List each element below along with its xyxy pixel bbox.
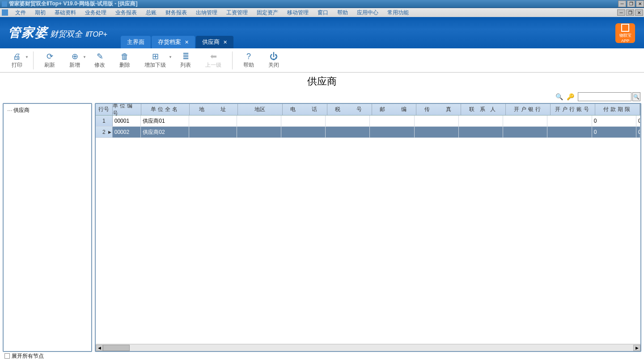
column-header[interactable]: 开户行账号 — [551, 104, 595, 115]
doc-maximize-button[interactable]: ❐ — [626, 9, 634, 16]
toolbar-separator — [232, 51, 233, 69]
table-cell — [547, 127, 592, 137]
expand-all-checkbox[interactable] — [4, 353, 10, 359]
page-title-row: 供应商 — [0, 73, 644, 90]
column-header[interactable]: 联 系 人 — [461, 104, 506, 115]
toolbar-icon: ⟳ — [47, 51, 53, 61]
table-cell — [503, 127, 547, 137]
toolbar-button[interactable]: ≣列表 — [173, 51, 198, 69]
menu-item[interactable]: 固定资产 — [252, 8, 283, 17]
brand-sub: 财贸双全 — [50, 29, 82, 39]
close-button[interactable]: ✕ — [636, 0, 644, 7]
scroll-left-button[interactable]: ◀ — [96, 345, 103, 351]
menu-item[interactable]: 文件 — [11, 8, 30, 17]
toolbar-icon: ✎ — [97, 51, 103, 61]
table-row[interactable]: 100001供应商0100 — [96, 116, 640, 127]
tree-node-root[interactable]: ⋯ 供应商 — [7, 107, 88, 114]
tab-close-icon[interactable]: ✕ — [185, 39, 189, 45]
table-cell — [459, 127, 503, 137]
menu-item[interactable]: 期初 — [30, 8, 50, 17]
scroll-thumb[interactable] — [103, 345, 130, 351]
menu-item[interactable]: 帮助 — [333, 8, 352, 17]
table-cell: 0 — [636, 127, 640, 137]
column-header[interactable] — [640, 104, 640, 115]
table-row[interactable]: 2▶00002供应商0200 — [96, 127, 640, 138]
doc-minimize-button[interactable]: ─ — [617, 9, 625, 16]
toolbar-icon: ⏻ — [270, 51, 278, 61]
column-header[interactable]: 邮 编 — [372, 104, 417, 115]
dropdown-icon: ▼ — [169, 55, 172, 59]
table-cell — [237, 116, 281, 126]
menu-item[interactable]: 常用功能 — [383, 8, 413, 17]
toolbar-icon: 🖨 — [13, 51, 21, 61]
menubar: 文件期初基础资料业务处理业务报表总账财务报表出纳管理工资管理固定资产移动管理窗口… — [0, 8, 616, 17]
toolbar-button[interactable]: ⏻关闭 — [261, 51, 286, 69]
column-header[interactable]: 传 真 — [416, 104, 461, 115]
menu-item[interactable]: 业务报表 — [111, 8, 141, 17]
scroll-right-button[interactable]: ▶ — [633, 345, 640, 351]
table-cell — [503, 116, 547, 126]
column-header[interactable]: 电 话 — [283, 104, 327, 115]
app-badge[interactable]: 物联宝 APP — [615, 23, 635, 43]
toolbar-button[interactable]: 🖨打印▼ — [4, 51, 30, 69]
tree-root: ⋯ 供应商 — [4, 104, 91, 117]
menu-item[interactable]: 工资管理 — [222, 8, 252, 17]
menu-item[interactable]: 总账 — [141, 8, 161, 17]
content: ⋯ 供应商 行号单位编号单位全名地 址地区电 话税 号邮 编传 真联 系 人开户… — [0, 103, 644, 352]
toolbar-label: 上一级 — [205, 61, 221, 69]
minimize-button[interactable]: ─ — [618, 0, 626, 7]
table-cell: 1 — [96, 116, 113, 126]
tab[interactable]: 存货档案✕ — [152, 36, 195, 48]
table-cell — [415, 116, 459, 126]
brand-name: 管家婆 — [8, 24, 48, 41]
menu-item[interactable]: 应用中心 — [352, 8, 383, 17]
menu-item[interactable]: 移动管理 — [283, 8, 313, 17]
toolbar-button[interactable]: ?帮助 — [236, 51, 261, 69]
menu-item[interactable]: 基础资料 — [50, 8, 80, 17]
toolbar-button[interactable]: ⟳刷新 — [37, 51, 62, 69]
tree-expand-icon: ⋯ — [7, 107, 13, 114]
column-header[interactable]: 单位编号 — [113, 104, 141, 115]
toolbar-icon: ≣ — [182, 51, 189, 61]
tab[interactable]: 主界面 — [121, 36, 151, 48]
column-header[interactable]: 地 址 — [190, 104, 238, 115]
menu-item[interactable]: 财务报表 — [161, 8, 191, 17]
toolbar-button[interactable]: 🗑删除 — [112, 51, 137, 69]
tab[interactable]: 供应商✕ — [196, 36, 233, 48]
table-cell — [547, 116, 592, 126]
column-header[interactable]: 税 号 — [327, 104, 372, 115]
menu-item[interactable]: 业务处理 — [80, 8, 111, 17]
column-header[interactable]: 付款期限 — [595, 104, 640, 115]
toolbar: 🖨打印▼⟳刷新⊕新增▼✎修改🗑删除⊞增加下级▼≣列表⬅上一级?帮助⏻关闭 — [0, 48, 644, 73]
key-icon[interactable]: 🔑 — [567, 93, 574, 100]
dropdown-icon: ▼ — [25, 55, 29, 59]
toolbar-button[interactable]: ⊕新增▼ — [62, 51, 87, 69]
column-header[interactable]: 单位全名 — [141, 104, 190, 115]
toolbar-button[interactable]: ✎修改 — [87, 51, 112, 69]
expand-all-label: 展开所有节点 — [12, 352, 44, 360]
toolbar-label: 修改 — [94, 61, 105, 69]
toolbar-icon: ⊞ — [152, 51, 159, 61]
tab-close-icon[interactable]: ✕ — [223, 39, 227, 45]
brand: 管家婆 财贸双全 ⅡTOP+ — [0, 24, 107, 41]
tabs: 主界面存货档案✕供应商✕ — [121, 17, 234, 48]
toolbar-button: ⬅上一级 — [198, 51, 229, 69]
maximize-button[interactable]: ❐ — [627, 0, 635, 7]
column-header[interactable]: 行号 — [96, 104, 113, 115]
menu-item[interactable]: 出纳管理 — [191, 8, 222, 17]
toolbar-button[interactable]: ⊞增加下级▼ — [137, 51, 173, 69]
column-header[interactable]: 开户银行 — [506, 104, 551, 115]
horizontal-scrollbar[interactable]: ◀ ▶ — [96, 344, 640, 351]
table-cell — [459, 116, 503, 126]
zoom-icon[interactable]: 🔍 — [555, 93, 563, 100]
grid-body: 100001供应商01002▶00002供应商0200 — [96, 116, 640, 344]
search-button[interactable]: 🔍 — [632, 92, 640, 101]
table-cell: 供应商02 — [141, 127, 189, 137]
search-input[interactable] — [578, 92, 631, 101]
doc-close-button[interactable]: ✕ — [635, 9, 643, 16]
column-header[interactable]: 地区 — [238, 104, 283, 115]
menu-item[interactable]: 窗口 — [313, 8, 333, 17]
app-badge-line1: 物联宝 — [619, 33, 631, 39]
table-cell — [326, 116, 370, 126]
titlebar: 管家婆财贸双全ⅡTop+ V19.0-网络版-试用版 - [供应商] ─ ❐ ✕ — [0, 0, 644, 8]
